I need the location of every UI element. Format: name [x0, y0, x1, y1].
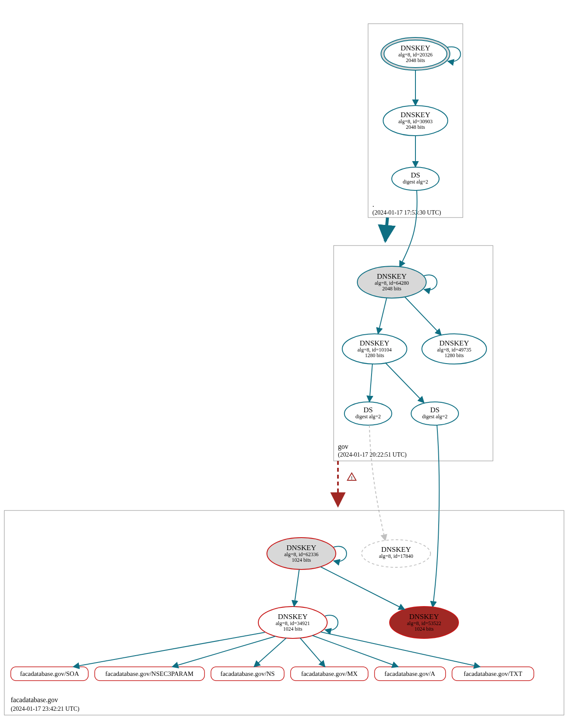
svg-text:facadatabase.gov/SOA: facadatabase.gov/SOA — [20, 670, 79, 677]
node-root-zsk: DNSKEY alg=8, id=30903 2048 bits — [383, 106, 448, 136]
edge-zsk-to-a — [312, 635, 398, 667]
svg-text:DNSKEY: DNSKEY — [381, 545, 411, 554]
node-root-ds: DS digest alg=2 — [392, 167, 439, 190]
svg-text:2048 bits: 2048 bits — [406, 57, 425, 63]
svg-text:DNSKEY: DNSKEY — [278, 613, 308, 621]
zone-root-timestamp: (2024-01-17 17:53:30 UTC) — [372, 209, 441, 216]
zone-root: . (2024-01-17 17:53:30 UTC) DNSKEY alg=8… — [368, 24, 463, 218]
rrset-mx: facadatabase.gov/MX — [291, 667, 368, 681]
rrset-soa: facadatabase.gov/SOA — [11, 667, 88, 681]
svg-text:alg=8, id=64280: alg=8, id=64280 — [375, 280, 409, 286]
edge-root-ds-to-gov-ksk — [400, 190, 417, 267]
zone-gov-timestamp: (2024-01-17 20:22:51 UTC) — [338, 451, 407, 458]
svg-text:alg=8, id=53522: alg=8, id=53522 — [407, 620, 441, 626]
svg-text:DNSKEY: DNSKEY — [409, 613, 439, 621]
zone-root-label: . — [372, 201, 374, 208]
svg-text:digest alg=2: digest alg=2 — [355, 414, 381, 420]
warning-icon: ! — [347, 473, 356, 480]
svg-text:DNSKEY: DNSKEY — [360, 339, 390, 347]
edge-zsk-to-nsec3param — [172, 636, 276, 667]
svg-text:DS: DS — [363, 406, 373, 414]
svg-text:DNSKEY: DNSKEY — [401, 111, 431, 119]
edge-zsk-to-soa — [73, 632, 265, 667]
node-gov-zsk1: DNSKEY alg=8, id=10104 1280 bits — [342, 334, 407, 364]
node-gov-ds1: DS digest alg=2 — [344, 402, 392, 425]
svg-text:DNSKEY: DNSKEY — [401, 44, 431, 52]
svg-text:alg=8, id=30903: alg=8, id=30903 — [398, 118, 433, 124]
edge-gov-ds2-to-dom-extra — [433, 425, 439, 607]
svg-text:facadatabase.gov/TXT: facadatabase.gov/TXT — [464, 670, 522, 677]
rrset-nsec3param: facadatabase.gov/NSEC3PARAM — [95, 667, 204, 681]
edge-gov-ksk-to-zsk2 — [405, 297, 441, 335]
svg-text:alg=8, id=62336: alg=8, id=62336 — [284, 551, 319, 557]
zone-domain-label: facadatabase.gov — [11, 696, 58, 704]
zone-gov-label: gov — [338, 443, 348, 451]
svg-text:1280 bits: 1280 bits — [445, 352, 464, 358]
zone-domain: facadatabase.gov (2024-01-17 23:42:21 UT… — [4, 510, 564, 715]
svg-text:2048 bits: 2048 bits — [382, 286, 402, 292]
edge-gov-ds1-to-missing — [369, 425, 385, 541]
edge-gov-zsk1-to-ds2 — [385, 363, 424, 403]
svg-text:DNSKEY: DNSKEY — [287, 544, 316, 552]
svg-text:alg=8, id=10104: alg=8, id=10104 — [357, 347, 392, 353]
svg-text:DNSKEY: DNSKEY — [440, 339, 469, 347]
svg-text:alg=8, id=49735: alg=8, id=49735 — [437, 347, 471, 353]
node-gov-ds2: DS digest alg=2 — [411, 402, 458, 425]
node-dom-ksk: DNSKEY alg=8, id=62336 1024 bits — [267, 538, 336, 569]
node-dom-missing: DNSKEY alg=8, id=17840 — [362, 540, 431, 567]
edge-zsk-to-mx — [300, 638, 325, 667]
zone-domain-timestamp: (2024-01-17 23:42:21 UTC) — [11, 706, 80, 712]
svg-text:facadatabase.gov/NSEC3PARAM: facadatabase.gov/NSEC3PARAM — [105, 670, 194, 677]
svg-text:1280 bits: 1280 bits — [365, 352, 384, 358]
svg-text:facadatabase.gov/MX: facadatabase.gov/MX — [301, 670, 357, 677]
edge-gov-zsk1-to-ds1 — [369, 364, 372, 402]
svg-text:DNSKEY: DNSKEY — [377, 272, 407, 280]
svg-text:digest alg=2: digest alg=2 — [403, 179, 428, 185]
rrset-a: facadatabase.gov/A — [375, 667, 446, 681]
zone-gov: gov (2024-01-17 20:22:51 UTC) DNSKEY alg… — [334, 246, 493, 461]
svg-text:alg=8, id=34921: alg=8, id=34921 — [276, 620, 310, 626]
node-dom-extra: DNSKEY alg=8, id=53522 1024 bits — [390, 607, 458, 638]
node-gov-ksk: DNSKEY alg=8, id=64280 2048 bits — [357, 266, 426, 298]
edge-dom-ksk-to-extra — [321, 567, 405, 610]
svg-text:alg=8, id=17840: alg=8, id=17840 — [379, 553, 413, 559]
node-root-ksk: DNSKEY alg=8, id=20326 2048 bits — [381, 37, 450, 70]
svg-text:1024 bits: 1024 bits — [292, 557, 311, 563]
rrset-ns: facadatabase.gov/NS — [211, 667, 284, 681]
svg-text:!: ! — [351, 475, 353, 480]
svg-text:alg=8, id=20326: alg=8, id=20326 — [398, 52, 433, 58]
node-dom-zsk: DNSKEY alg=8, id=34921 1024 bits — [258, 607, 327, 638]
svg-text:facadatabase.gov/A: facadatabase.gov/A — [384, 670, 435, 677]
svg-text:digest alg=2: digest alg=2 — [422, 414, 447, 420]
svg-text:DS: DS — [411, 171, 420, 179]
rrset-txt: facadatabase.gov/TXT — [452, 667, 534, 681]
node-gov-zsk2: DNSKEY alg=8, id=49735 1280 bits — [422, 334, 486, 364]
edge-zsk-to-ns — [254, 638, 286, 667]
dnssec-chain-diagram: . (2024-01-17 17:53:30 UTC) DNSKEY alg=8… — [0, 0, 570, 728]
svg-text:DS: DS — [430, 406, 440, 414]
svg-text:1024 bits: 1024 bits — [283, 626, 303, 632]
edge-dom-ksk-to-zsk — [294, 569, 299, 607]
edge-root-to-gov-zone — [385, 218, 387, 241]
edge-zsk-to-txt — [321, 632, 480, 667]
svg-text:facadatabase.gov/NS: facadatabase.gov/NS — [220, 670, 275, 677]
edge-gov-ksk-to-zsk1 — [378, 298, 387, 334]
svg-text:2048 bits: 2048 bits — [406, 124, 425, 130]
svg-text:1024 bits: 1024 bits — [415, 626, 434, 632]
